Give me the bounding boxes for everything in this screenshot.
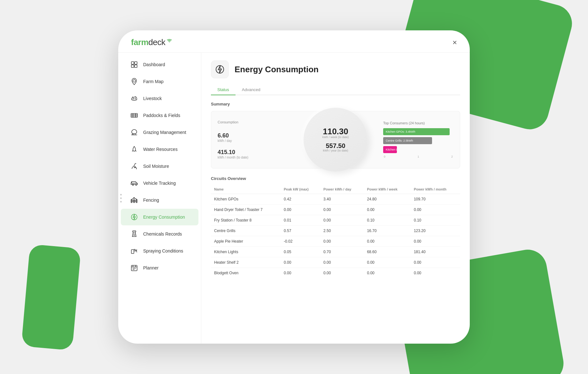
svg-point-6 xyxy=(135,98,135,99)
svg-point-4 xyxy=(133,80,135,82)
axis-1: 1 xyxy=(417,155,419,158)
scroll-dot xyxy=(120,194,122,196)
sidebar: Dashboard Farm Map Livestock xyxy=(118,53,201,344)
logo-text: farmdeck xyxy=(131,37,165,47)
top-consumers-axis: 0 1 2 xyxy=(383,155,453,158)
vehicle-icon xyxy=(130,179,139,188)
sidebar-item-soil[interactable]: Soil Moisture xyxy=(121,158,198,175)
cell-peak: 0.57 xyxy=(281,226,320,236)
cell-day: 0.00 xyxy=(320,268,364,278)
sidebar-item-grazing[interactable]: Grazing Management xyxy=(121,124,198,141)
gauge-sub-value: 557.50 xyxy=(326,143,345,149)
cell-name: Blodgett Oven xyxy=(211,268,281,278)
col-week: Power kWh / week xyxy=(364,185,411,194)
stat-monthly: 415.10 kWh / month (to date) xyxy=(218,149,259,159)
table-row: Blodgett Oven0.000.000.000.00 xyxy=(211,268,460,278)
sidebar-label-energy: Energy Consumption xyxy=(143,214,185,220)
summary-title: Summary xyxy=(211,102,460,106)
sidebar-label-livestock: Livestock xyxy=(143,96,162,101)
sidebar-item-paddocks[interactable]: Paddocks & Fields xyxy=(121,107,198,124)
svg-rect-16 xyxy=(131,250,134,253)
tab-advanced[interactable]: Advanced xyxy=(236,85,267,95)
cell-day: 0.00 xyxy=(320,257,364,268)
page-header: Energy Consumption xyxy=(211,60,460,78)
cell-name: Heater Shelf 2 xyxy=(211,257,281,268)
svg-rect-0 xyxy=(131,62,134,64)
bar-label: Kitchen GPOs: 3.4kWh xyxy=(386,130,415,133)
svg-rect-13 xyxy=(136,199,137,203)
table-header-row: Name Peak kW (max) Power kWh / day Power… xyxy=(211,185,460,194)
planner-icon xyxy=(130,263,139,272)
sidebar-item-chemicals[interactable]: Chemicals Records xyxy=(121,226,198,242)
sidebar-label-soil: Soil Moisture xyxy=(143,164,169,169)
svg-rect-3 xyxy=(135,65,137,67)
svg-rect-1 xyxy=(135,62,137,64)
sidebar-item-fencing[interactable]: Fencing xyxy=(121,192,198,208)
cell-month: 109.70 xyxy=(411,194,460,205)
cell-day: 0.70 xyxy=(320,247,364,257)
consumption-label: Consumption xyxy=(218,120,259,124)
logo-deck: deck xyxy=(148,37,165,47)
cell-month: 0.10 xyxy=(411,215,460,226)
axis-0: 0 xyxy=(384,155,385,158)
scroll-dots xyxy=(120,194,122,203)
sidebar-label-paddocks: Paddocks & Fields xyxy=(143,113,180,118)
svg-point-10 xyxy=(135,184,137,185)
energy-icon xyxy=(130,213,139,222)
sidebar-item-spraying[interactable]: Spraying Conditions xyxy=(121,243,198,259)
sidebar-label-water: Water Resources xyxy=(143,147,178,152)
cell-week: 68.60 xyxy=(364,247,411,257)
page-title: Energy Consumption xyxy=(235,65,319,74)
sidebar-item-planner[interactable]: Planner xyxy=(121,260,198,276)
sidebar-item-livestock[interactable]: Livestock xyxy=(121,90,198,107)
cell-name: Kitchen Lights xyxy=(211,247,281,257)
col-day: Power kWh / day xyxy=(320,185,364,194)
circuits-title: Circuits Overview xyxy=(211,176,460,181)
cell-month: 0.00 xyxy=(411,205,460,215)
sidebar-item-vehicle[interactable]: Vehicle Tracking xyxy=(121,175,198,191)
svg-rect-12 xyxy=(134,199,135,203)
tab-status[interactable]: Status xyxy=(211,85,236,95)
circuits-section: Circuits Overview Name Peak kW (max) Pow… xyxy=(211,176,460,278)
tablet-container: farmdeck × Da xyxy=(118,30,470,344)
close-button[interactable]: × xyxy=(453,38,457,47)
table-row: Hand Dryer Toilet / Toaster 70.000.000.0… xyxy=(211,205,460,215)
scroll-dot xyxy=(120,201,122,203)
daily-value: 6.60 xyxy=(218,132,259,139)
bar-wrap: Kitchen Lights xyxy=(383,146,453,153)
cell-name: Apple Pie Heater xyxy=(211,236,281,247)
sidebar-item-water[interactable]: Water Resources xyxy=(121,141,198,158)
main-content: Energy Consumption Status Advanced Summa… xyxy=(201,53,470,344)
monthly-value: 415.10 xyxy=(218,149,259,156)
table-row: Kitchen GPOs0.423.4024.80109.70 xyxy=(211,194,460,205)
col-name: Name xyxy=(211,185,281,194)
energy-page-icon xyxy=(215,64,225,74)
cell-name: Fry Station / Toaster 8 xyxy=(211,215,281,226)
cell-name: Centre Grills xyxy=(211,226,281,236)
axis-2: 2 xyxy=(451,155,453,158)
grazing-icon xyxy=(130,128,139,137)
bar-pink: Kitchen Lights xyxy=(383,146,397,153)
sidebar-item-energy[interactable]: Energy Consumption xyxy=(121,209,198,225)
cell-month: 123.20 xyxy=(411,226,460,236)
sidebar-item-farm-map[interactable]: Farm Map xyxy=(121,73,198,90)
sidebar-label-grazing: Grazing Management xyxy=(143,130,186,135)
sidebar-item-dashboard[interactable]: Dashboard xyxy=(121,56,198,73)
cell-day: 0.00 xyxy=(320,236,364,247)
cell-month: 181.40 xyxy=(411,247,460,257)
top-consumer-bar-row: Kitchen GPOs: 3.4kWh xyxy=(383,128,453,135)
table-row: Heater Shelf 20.000.000.000.00 xyxy=(211,257,460,268)
cell-month: 0.00 xyxy=(411,257,460,268)
cell-peak: 0.01 xyxy=(281,215,320,226)
bar-label: Centre Grills: 2.5kWh xyxy=(386,139,413,142)
sidebar-label-farm-map: Farm Map xyxy=(143,79,164,84)
cell-week: 24.80 xyxy=(364,194,411,205)
logo-farm: farm xyxy=(131,37,148,47)
cell-day: 3.40 xyxy=(320,194,364,205)
svg-rect-7 xyxy=(131,113,137,117)
sidebar-label-vehicle: Vehicle Tracking xyxy=(143,181,176,186)
tabs: Status Advanced xyxy=(211,85,460,95)
cell-day: 0.00 xyxy=(320,205,364,215)
table-row: Kitchen Lights0.050.7068.60181.40 xyxy=(211,247,460,257)
cell-peak: -0.02 xyxy=(281,236,320,247)
